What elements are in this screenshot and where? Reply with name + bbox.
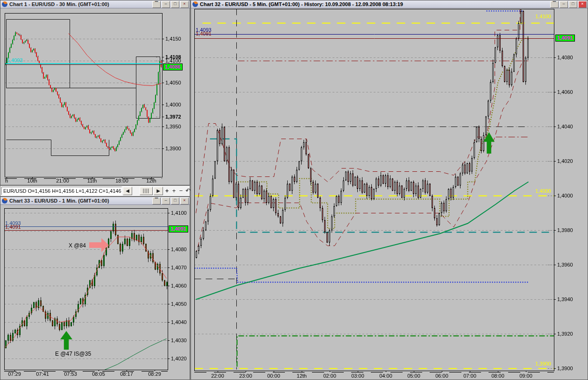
price-axis-label: 1,4080 xyxy=(171,246,187,252)
current-price-badge: 1,4091 xyxy=(555,35,575,42)
price-axis-label: 1,4040 xyxy=(557,124,573,129)
maximize-button[interactable]: □ xyxy=(171,1,179,8)
price-axis-label: 1,3950 xyxy=(165,124,181,129)
price-axis-label: 1,3920 xyxy=(557,331,573,337)
price-axis-label: 1,4000 xyxy=(557,193,573,198)
window-title: Chart 32 - EUR/USD - 5 Min. (GMT+01:00) … xyxy=(200,1,550,7)
time-axis-label: 07:41 xyxy=(36,371,49,377)
entry-annotation: E @47 IS@35 xyxy=(55,351,91,357)
scroll-right-button[interactable]: ▶ xyxy=(154,187,163,195)
price-axis-label: 1,3980 xyxy=(557,227,573,233)
current-price-badge: 1,4086 xyxy=(163,63,183,70)
time-axis-label: 08:00 xyxy=(491,373,504,379)
chart33-plot-canvas[interactable] xyxy=(0,197,190,380)
cyan-level-label: 1,4093 xyxy=(7,57,23,63)
price-axis-label: 1,4050 xyxy=(165,80,181,85)
price-axis-label: 1,3940 xyxy=(557,296,573,302)
time-axis-label: 07:00 xyxy=(463,373,476,379)
time-axis-label: 07:29 xyxy=(8,371,21,377)
shade-button[interactable]: ▔ xyxy=(550,1,559,8)
time-axis-label: h xyxy=(5,178,8,183)
app-icon xyxy=(2,198,7,204)
time-axis-label: 11th xyxy=(87,178,97,183)
price-axis-label: 1,4060 xyxy=(171,283,187,289)
minimize-button[interactable]: – xyxy=(162,1,170,8)
exit-annotation: X @84 xyxy=(69,242,86,249)
price-axis-label: 1,4080 xyxy=(557,55,573,60)
price-axis-label: 1,4030 xyxy=(171,338,187,343)
shade-button[interactable]: ▔ xyxy=(152,1,161,8)
bar-spacing-button[interactable]: |||| xyxy=(140,187,153,195)
window-chart32: Chart 32 - EUR/USD - 5 Min. (GMT+01:00) … xyxy=(191,0,588,380)
time-axis-label: 06:00 xyxy=(435,373,448,379)
time-axis-label: 12th xyxy=(146,178,156,183)
time-axis-label: 05:00 xyxy=(407,373,420,379)
time-axis-label: 23:00 xyxy=(239,373,252,379)
minimize-button[interactable]: – xyxy=(162,197,170,204)
price-axis-label: 1,3900 xyxy=(557,366,573,371)
price-axis-label: 1,4060 xyxy=(557,89,573,95)
time-axis-label: 18:00 xyxy=(115,178,128,183)
time-axis-label: 07:53 xyxy=(64,371,77,377)
time-axis-label: 04:00 xyxy=(379,373,392,379)
time-axis-label: 12th xyxy=(297,373,306,379)
titlebar-chart1[interactable]: Chart 1 - EUR/USD - 30 Min. (GMT+01:00) … xyxy=(0,0,190,8)
yellow-low-label: 1,3900 xyxy=(535,361,551,366)
price-axis-label: 1,3900 xyxy=(165,146,181,151)
price-axis-label: 1,4040 xyxy=(171,319,187,325)
maximize-button[interactable]: □ xyxy=(569,1,577,8)
price-axis-label: 1,4100 xyxy=(165,58,181,63)
chart1-plot-canvas[interactable] xyxy=(0,0,190,185)
window-chart33: Chart 33 - EUR/USD - 1 Min. (GMT+01:00) … xyxy=(0,197,190,380)
price-axis-label: 1,4150 xyxy=(165,36,181,42)
time-axis-label: 00:00 xyxy=(267,373,280,379)
minimize-button[interactable]: – xyxy=(560,1,568,8)
titlebar-chart33[interactable]: Chart 33 - EUR/USD - 1 Min. (GMT+01:00) … xyxy=(0,197,190,205)
price-axis-label: 1,4020 xyxy=(171,356,187,361)
maximize-button[interactable]: □ xyxy=(171,197,179,204)
app-icon xyxy=(192,1,198,7)
close-button[interactable]: × xyxy=(578,1,587,8)
scroll-left-button[interactable]: ◀ xyxy=(123,187,132,195)
window-chart1: Chart 1 - EUR/USD - 30 Min. (GMT+01:00) … xyxy=(0,0,190,185)
red-level-label: 1,4091 xyxy=(196,31,212,36)
red-level-label: 1,4091 xyxy=(5,224,21,230)
price-axis-label: 1,4070 xyxy=(171,265,187,270)
time-axis-label: 21:00 xyxy=(56,178,69,183)
chart32-plot-canvas[interactable] xyxy=(191,0,588,380)
time-axis-label: 02:00 xyxy=(323,373,336,379)
time-axis-label: 08:29 xyxy=(148,371,161,377)
zoom-out-icon[interactable]: − xyxy=(178,187,184,195)
yellow-high-label: 1,4100 xyxy=(535,14,551,19)
close-button[interactable]: × xyxy=(180,1,189,8)
chart-toolbar: EUR/USD O=1,4156 H=1,4156 L=1,4122 C=1,4… xyxy=(0,185,190,197)
time-axis-label: 09:00 xyxy=(519,373,532,379)
price-axis-label: 1,4050 xyxy=(171,301,187,307)
titlebar-chart32[interactable]: Chart 32 - EUR/USD - 5 Min. (GMT+01:00) … xyxy=(191,0,588,8)
app-icon xyxy=(2,1,7,7)
time-axis-label: 08:05 xyxy=(92,371,105,377)
time-axis-label: 08:17 xyxy=(120,371,133,377)
time-axis-label: 22:00 xyxy=(211,373,224,379)
zoom-in-icon[interactable]: + xyxy=(171,187,177,195)
price-axis-label: 1,3960 xyxy=(557,262,573,267)
current-price-badge: 1,4091 xyxy=(169,225,188,232)
price-axis-label: 1,3972 xyxy=(165,114,181,120)
pan-icon[interactable]: + xyxy=(164,187,170,195)
shade-button[interactable]: ▔ xyxy=(152,197,161,204)
price-axis-label: 1,4100 xyxy=(171,210,187,216)
window-title: Chart 33 - EUR/USD - 1 Min. (GMT+01:00) xyxy=(9,198,152,204)
price-axis-label: 1,4020 xyxy=(557,158,573,164)
time-axis-label: 03:00 xyxy=(351,373,364,379)
window-title: Chart 1 - EUR/USD - 30 Min. (GMT+01:00) xyxy=(9,1,152,7)
price-axis-label: 1,4000 xyxy=(165,102,181,107)
close-button[interactable]: × xyxy=(180,197,189,204)
mdi-workspace: Chart 1 - EUR/USD - 30 Min. (GMT+01:00) … xyxy=(0,0,588,380)
yellow-mid-label: 1,4000 xyxy=(535,188,551,194)
ohlc-readout: EUR/USD O=1,4156 H=1,4156 L=1,4122 C=1,4… xyxy=(1,187,122,195)
time-axis-label: 10th xyxy=(27,178,37,183)
